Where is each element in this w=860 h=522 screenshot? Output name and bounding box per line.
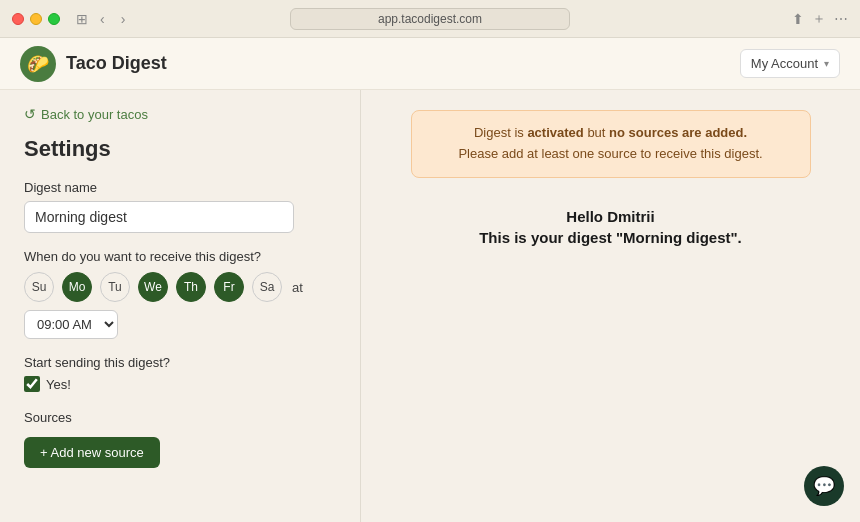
alert-prefix: Digest is — [474, 125, 527, 140]
preview-digest-message: This is your digest "Morning digest". — [479, 229, 742, 246]
sources-label: Sources — [24, 410, 336, 425]
settings-title: Settings — [24, 136, 336, 162]
traffic-lights — [12, 13, 60, 25]
alert-no-sources: no sources are added. — [609, 125, 747, 140]
days-time-row: Su Mo Tu We Th Fr Sa at 09:00 AM 08:00 A… — [24, 272, 336, 339]
forward-nav-button[interactable]: › — [117, 9, 130, 29]
back-to-tacos-link[interactable]: ↺ Back to your tacos — [24, 106, 336, 122]
preview-hello: Hello Dmitrii — [479, 208, 742, 225]
day-su[interactable]: Su — [24, 272, 54, 302]
back-nav-button[interactable]: ‹ — [96, 9, 109, 29]
sidebar-toggle-icon[interactable]: ⊞ — [76, 11, 88, 27]
main-layout: ↺ Back to your tacos Settings Digest nam… — [0, 90, 860, 522]
time-select[interactable]: 09:00 AM 08:00 AM 10:00 AM — [24, 310, 118, 339]
day-sa[interactable]: Sa — [252, 272, 282, 302]
back-link-label: Back to your tacos — [41, 107, 148, 122]
right-panel: Digest is activated but no sources are a… — [361, 90, 860, 522]
logo-icon: 🌮 — [20, 46, 56, 82]
day-we[interactable]: We — [138, 272, 168, 302]
new-tab-icon[interactable]: ＋ — [812, 10, 826, 28]
chat-icon: 💬 — [813, 475, 835, 497]
chat-bubble-button[interactable]: 💬 — [804, 466, 844, 506]
at-label: at — [292, 280, 303, 295]
start-sending-checkbox[interactable] — [24, 376, 40, 392]
account-dropdown[interactable]: My Account ▾ — [740, 49, 840, 78]
share-icon[interactable]: ⬆ — [792, 11, 804, 27]
app-logo: 🌮 Taco Digest — [20, 46, 167, 82]
logo-emoji: 🌮 — [27, 53, 49, 75]
title-bar: ⊞ ‹ › app.tacodigest.com ⬆ ＋ ⋯ — [0, 0, 860, 38]
day-fr[interactable]: Fr — [214, 272, 244, 302]
day-tu[interactable]: Tu — [100, 272, 130, 302]
minimize-button[interactable] — [30, 13, 42, 25]
close-button[interactable] — [12, 13, 24, 25]
day-th[interactable]: Th — [176, 272, 206, 302]
address-bar-container: app.tacodigest.com — [290, 8, 570, 30]
preview-content: Hello Dmitrii This is your digest "Morni… — [479, 208, 742, 246]
digest-name-label: Digest name — [24, 180, 336, 195]
alert-line1: Digest is activated but no sources are a… — [432, 123, 790, 144]
days-label: When do you want to receive this digest? — [24, 249, 336, 264]
maximize-button[interactable] — [48, 13, 60, 25]
digest-name-input[interactable] — [24, 201, 294, 233]
chevron-down-icon: ▾ — [824, 58, 829, 69]
left-panel: ↺ Back to your tacos Settings Digest nam… — [0, 90, 360, 522]
day-mo[interactable]: Mo — [62, 272, 92, 302]
app-header: 🌮 Taco Digest My Account ▾ — [0, 38, 860, 90]
alert-line2: Please add at least one source to receiv… — [432, 144, 790, 165]
add-source-button[interactable]: + Add new source — [24, 437, 160, 468]
checkbox-label[interactable]: Yes! — [46, 377, 71, 392]
back-arrow-icon: ↺ — [24, 106, 36, 122]
start-sending-label: Start sending this digest? — [24, 355, 336, 370]
checkbox-row: Yes! — [24, 376, 336, 392]
nav-controls: ⊞ ‹ › — [76, 9, 129, 29]
alert-banner: Digest is activated but no sources are a… — [411, 110, 811, 178]
title-bar-actions: ⬆ ＋ ⋯ — [792, 10, 848, 28]
alert-activated: activated — [527, 125, 583, 140]
address-bar[interactable]: app.tacodigest.com — [290, 8, 570, 30]
account-label: My Account — [751, 56, 818, 71]
alert-but: but — [584, 125, 609, 140]
app-title: Taco Digest — [66, 53, 167, 74]
extensions-icon[interactable]: ⋯ — [834, 11, 848, 27]
